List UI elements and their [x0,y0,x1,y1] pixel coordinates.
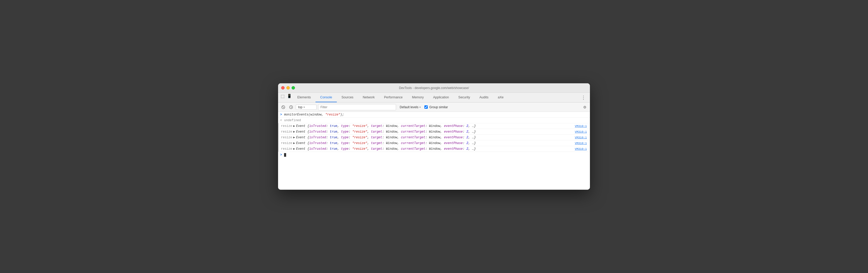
console-line-event-4: resize ▶ Event { isTrusted : true , type… [278,140,590,146]
preserve-log-button[interactable] [288,104,294,110]
console-output: monitorEvents(window, "resize"); undefin… [278,112,590,190]
code-monitor-events: monitorEvents(window, [284,113,325,116]
inspect-icon[interactable]: ⬚ [279,93,286,99]
tab-memory[interactable]: Memory [407,93,428,102]
event-text-4: Event [296,141,307,145]
window-title: DevTools - developers.google.com/web/sho… [399,86,469,90]
expand-icon-5[interactable]: ▶ [293,147,295,151]
event-label-5: resize [281,147,292,151]
device-icon[interactable]: 📱 [286,93,292,99]
group-similar-area: Group similar [424,105,448,109]
maximize-button[interactable] [291,86,295,90]
tabs-bar: ⬚ 📱 Elements Console Sources Network Per… [278,93,590,103]
event-text-3: Event [296,136,307,139]
event-label-1: resize [281,124,292,128]
event-text-1: Event [296,124,307,128]
group-similar-label: Group similar [429,105,448,109]
tab-elements[interactable]: Elements [292,93,315,102]
close-button[interactable] [281,86,285,90]
event-label-2: resize [281,130,292,134]
more-tabs-button[interactable]: ⋮ [578,93,589,102]
tab-security[interactable]: Security [454,93,475,102]
tab-network[interactable]: Network [358,93,379,102]
console-active-input: > [278,152,590,158]
group-similar-checkbox[interactable] [424,105,428,109]
output-undefined: undefined [284,118,301,122]
event-text-2: Event [296,130,307,134]
console-line-event-3: resize ▶ Event { isTrusted : true , type… [278,135,590,140]
clear-console-button[interactable] [280,104,286,110]
event-label-4: resize [281,141,292,145]
filter-input[interactable] [318,104,396,110]
line-source-3[interactable]: VM310:1 [575,136,588,139]
input-prompt: > [280,153,282,157]
levels-selector[interactable]: Default levels ▾ [398,105,423,109]
settings-button[interactable]: ⚙ [582,104,588,110]
context-value: top [298,105,303,109]
title-bar: DevTools - developers.google.com/web/sho… [278,83,590,93]
console-line-event-1: resize ▶ Event { isTrusted : true , type… [278,123,590,129]
context-selector[interactable]: top ▾ [296,105,316,110]
minimize-button[interactable] [286,86,290,90]
gear-icon: ⚙ [583,105,587,109]
console-line-input: monitorEvents(window, "resize"); [278,112,590,117]
tab-performance[interactable]: Performance [379,93,407,102]
cursor [284,153,286,157]
event-label-3: resize [281,136,292,139]
line-source-2[interactable]: VM310:1 [575,130,588,133]
clear-icon [281,105,285,109]
traffic-lights [281,86,295,90]
expand-icon-1[interactable]: ▶ [293,124,295,128]
levels-label: Default levels [400,105,418,109]
expand-icon-4[interactable]: ▶ [293,141,295,145]
console-toolbar: top ▾ Default levels ▾ Group similar ⚙ [278,103,590,112]
svg-line-1 [282,106,284,108]
preserve-icon [289,105,293,109]
line-source-1[interactable]: VM310:1 [575,125,588,128]
tab-application[interactable]: Application [428,93,454,102]
svg-line-4 [291,107,292,108]
expand-icon-3[interactable]: ▶ [293,135,295,139]
devtools-window: DevTools - developers.google.com/web/sho… [278,83,590,190]
expand-icon-2[interactable]: ▶ [293,130,295,134]
console-line-event-5: resize ▶ Event { isTrusted : true , type… [278,146,590,152]
context-chevron: ▾ [304,106,305,108]
line-source-4[interactable]: VM310:1 [575,142,588,145]
event-text-5: Event [296,147,307,151]
levels-chevron: ▾ [420,106,421,108]
line-source-5[interactable]: VM310:1 [575,147,588,150]
console-line-event-2: resize ▶ Event { isTrusted : true , type… [278,129,590,135]
tab-sources[interactable]: Sources [337,93,358,102]
tab-console[interactable]: Console [315,93,337,102]
tab-axe[interactable]: aXe [493,93,508,102]
tab-audits[interactable]: Audits [475,93,493,102]
console-line-undefined: undefined [278,117,590,123]
